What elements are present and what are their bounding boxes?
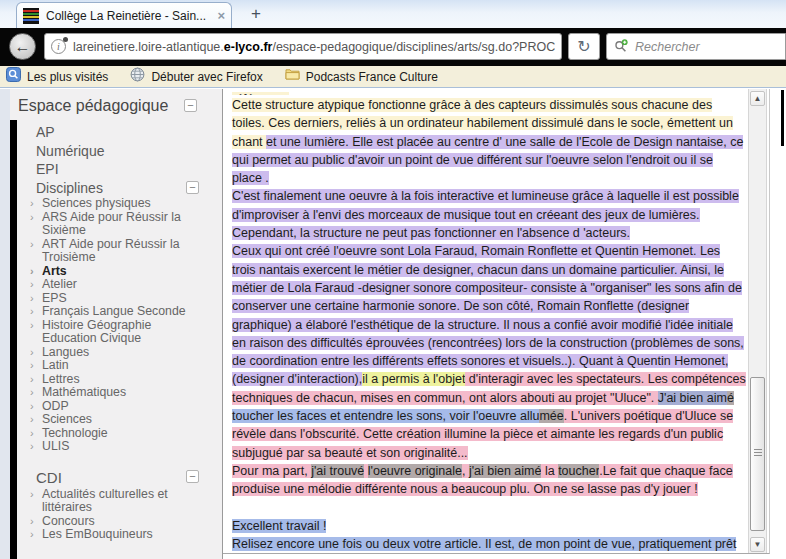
highlighted-text: ,: [462, 464, 469, 478]
highlighted-text: é: [727, 391, 734, 405]
sidebar-item-francais-langue-seconde[interactable]: ›Français Langue Seconde: [30, 305, 202, 319]
sidebar-item-label: Les EmBouquineurs: [42, 528, 202, 542]
sidebar-item-histoire-geographie-education-civique[interactable]: ›Histoire Géographie Education Civique: [30, 319, 202, 346]
chevron-right-icon: ›: [30, 400, 34, 414]
sidebar-item-eps[interactable]: ›EPS: [30, 292, 202, 306]
new-tab-button[interactable]: +: [244, 6, 268, 24]
sidebar-nav: APNumériqueEPIDisciplines−›Sciences phys…: [10, 123, 222, 559]
sidebar-item-disciplines[interactable]: Disciplines−: [36, 179, 214, 198]
sidebar-item-sciences-physiques[interactable]: ›Sciences physiques: [30, 197, 202, 211]
sidebar-item-atelier[interactable]: ›Atelier: [30, 278, 202, 292]
sidebar-item-latin[interactable]: ›Latin: [30, 359, 202, 373]
sidebar-item-ulis[interactable]: ›ULIS: [30, 440, 202, 454]
scrollbar-thumb[interactable]: [750, 377, 765, 531]
sidebar-title-label: Espace pédagogique: [18, 97, 168, 114]
highlighted-text: C'est finalement une oeuvre à la fois in…: [232, 189, 739, 240]
collapse-button[interactable]: −: [184, 99, 197, 112]
highlighted-text: Excellent travail !: [232, 519, 326, 533]
sidebar-item-label: ODP: [42, 400, 202, 414]
tab-college-la-reinetiere[interactable]: Collège La Reinetière - Sain... ×: [16, 2, 232, 28]
sidebar-item-label: Sciences: [42, 413, 202, 427]
sidebar-item-label: Actualités culturelles et littéraires: [42, 488, 202, 515]
chevron-right-icon: ›: [30, 528, 34, 542]
chevron-right-icon: ›: [30, 197, 34, 211]
bookmarks-bar: Les plus visitésDébuter avec FirefoxPodc…: [0, 66, 786, 88]
scroll-up-icon[interactable]: ▲: [750, 91, 765, 106]
collapse-button[interactable]: −: [186, 181, 199, 194]
sidebar-item-cdi[interactable]: CDI−: [36, 468, 214, 488]
bookmark-podcasts-france-culture[interactable]: Podcasts France Culture: [285, 67, 438, 86]
bookmark-label: Podcasts France Culture: [306, 70, 438, 84]
sidebar-item-label: Latin: [42, 359, 202, 373]
sidebar-item-label: Atelier: [42, 278, 202, 292]
globe-icon: [130, 67, 145, 86]
sidebar-item-ars-aide-pour-reussir-la-sixieme[interactable]: ›ARS Aide pour Réussir la Sixième: [30, 211, 202, 238]
bookmark-debuter-avec-firefox[interactable]: Débuter avec Firefox: [130, 67, 262, 86]
sidebar-item-sciences[interactable]: ›Sciences: [30, 413, 202, 427]
most-visited-icon: [6, 67, 21, 86]
chevron-right-icon: ›: [30, 346, 34, 360]
tab-close-icon[interactable]: ×: [217, 8, 225, 23]
search-placeholder: Rechercher: [635, 40, 700, 54]
bookmark-les-plus-visites[interactable]: Les plus visités: [6, 67, 108, 86]
browser-window: Collège La Reinetière - Sain... × + ← i …: [0, 0, 786, 559]
scroll-down-icon[interactable]: ▼: [750, 537, 765, 552]
sidebar-item-lettres[interactable]: ›Lettres: [30, 373, 202, 387]
bookmark-label: Débuter avec Firefox: [151, 70, 262, 84]
url-bar[interactable]: i lareinetiere.loire-atlantique.e-lyco.f…: [44, 33, 562, 60]
sidebar-item-label: ULIS: [42, 440, 202, 454]
sidebar-item-numerique[interactable]: Numérique: [36, 142, 214, 161]
sidebar-item-label: Français Langue Seconde: [42, 305, 202, 319]
sidebar-item-epi[interactable]: EPI: [36, 160, 214, 179]
article-text: Cette structure atypique fonctionne grâc…: [232, 96, 746, 554]
chevron-right-icon: ›: [30, 319, 34, 333]
highlighted-text: Ceux qui ont créé l'oeuvre sont Lola Far…: [232, 244, 744, 386]
url-domain: e-lyco.fr: [224, 40, 273, 54]
url-path: /espace-pedagogique/disciplines/arts/sg.…: [272, 40, 555, 54]
sidebar-item-langues[interactable]: ›Langues: [30, 346, 202, 360]
tab-bar: Collège La Reinetière - Sain... × +: [0, 0, 786, 28]
sidebar-gap: [10, 542, 222, 554]
sidebar-item-mathematiques[interactable]: ›Mathématiques: [30, 386, 202, 400]
sidebar-item-concours[interactable]: ›Concours: [30, 515, 202, 529]
folder-icon: [285, 67, 300, 86]
sidebar-item-ap[interactable]: AP: [36, 123, 214, 142]
chevron-right-icon: ›: [30, 413, 34, 427]
sidebar-item-odp[interactable]: ›ODP: [30, 400, 202, 414]
sidebar-item-label: Lettres: [42, 373, 202, 387]
paragraph: Relisez encore une fois ou deux votre ar…: [232, 535, 746, 554]
highlighted-text: il a permis à l'objet: [362, 372, 465, 386]
site-identity-icon[interactable]: i: [51, 39, 66, 54]
sidebar-item-art-aide-pour-reussir-la-troisieme[interactable]: ›ART Aide pour Réussir la Troisième: [30, 238, 202, 265]
content-scrollbar[interactable]: ▲ ▼: [748, 89, 767, 554]
sidebar-item-actualites-culturelles-et-litteraires[interactable]: ›Actualités culturelles et littéraires: [30, 488, 202, 515]
sidebar-item-label: Disciplines: [36, 180, 103, 196]
sidebar-item-label: Histoire Géographie Education Civique: [42, 319, 202, 346]
sidebar-title[interactable]: Espace pédagogique −: [18, 97, 212, 115]
page-right-accent-bar: [781, 90, 784, 146]
highlighted-text: la: [541, 464, 558, 478]
highlighted-text: toucher les faces et entendre les sons, …: [232, 409, 539, 423]
reload-button[interactable]: ↻: [568, 33, 600, 60]
chevron-right-icon: ›: [30, 515, 34, 529]
highlighted-text: toucher: [558, 464, 599, 478]
back-button[interactable]: ←: [9, 33, 36, 60]
sidebar-item-les-embouquineurs[interactable]: ›Les EmBouquineurs: [30, 528, 202, 542]
chevron-right-icon: ›: [30, 265, 34, 279]
collapse-button[interactable]: −: [186, 470, 199, 483]
sidebar-item-reforme[interactable]: Réforme: [36, 556, 214, 559]
highlighted-text: Pour ma part,: [232, 464, 311, 478]
highlighted-text: J'ai bien aim: [658, 391, 727, 405]
sidebar: Espace pédagogique − APNumériqueEPIDisci…: [10, 89, 222, 559]
highlighted-text: j'ai trouvé: [311, 464, 364, 478]
sidebar-item-label: Concours: [42, 515, 202, 529]
tab-title: Collège La Reinetière - Sain...: [46, 9, 211, 23]
sidebar-item-arts[interactable]: ›Arts: [30, 265, 202, 279]
sidebar-item-technologie[interactable]: ›Technologie: [30, 427, 202, 441]
highlighted-text: l'oeuvre originale: [368, 464, 462, 478]
paragraph: Ceux qui ont créé l'oeuvre sont Lola Far…: [232, 242, 746, 462]
chevron-right-icon: ›: [30, 292, 34, 306]
url-prefix: lareinetiere.loire-atlantique.: [73, 40, 224, 54]
paragraph: Cette structure atypique fonctionne grâc…: [232, 96, 746, 187]
search-input[interactable]: Rechercher: [606, 33, 786, 60]
